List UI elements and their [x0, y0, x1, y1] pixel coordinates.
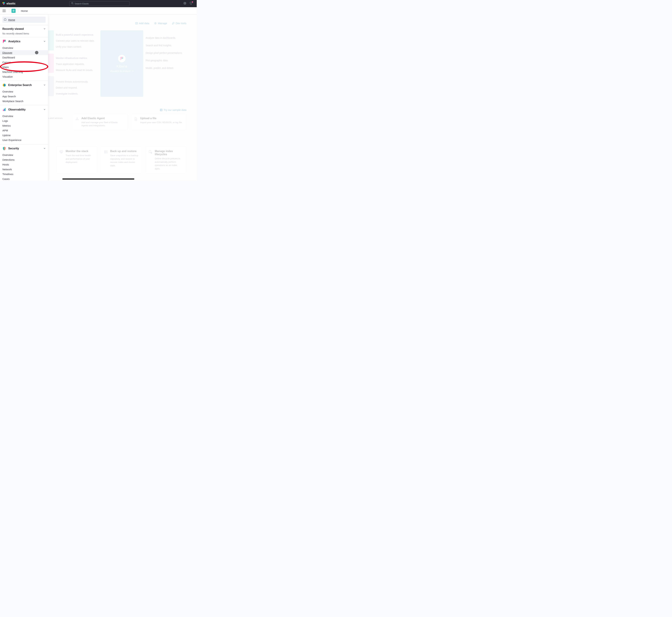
storage-icon [104, 150, 108, 170]
svg-point-35 [105, 153, 105, 153]
device-home-indicator [62, 179, 134, 180]
backup-restore-card[interactable]: Back up and restore Save snapshots to a … [101, 147, 142, 174]
app-bar: D Home [0, 7, 197, 15]
nav-sec-timelines[interactable]: Timelines [0, 172, 48, 176]
svg-rect-44 [5, 108, 6, 111]
nav-obs-apm[interactable]: APM [0, 128, 48, 133]
chevron-down-icon [43, 27, 45, 30]
monitor-stack-card[interactable]: Monitor the stack Track the real-time he… [56, 147, 97, 174]
svg-point-25 [76, 120, 76, 120]
notification-dot [192, 1, 193, 3]
svg-line-10 [184, 4, 185, 4]
brand-text: elastic [6, 2, 16, 5]
nav-analytics-visualize[interactable]: Visualize [0, 74, 48, 79]
nav-analytics-ml[interactable]: Machine Learning [0, 69, 48, 74]
svg-line-9 [185, 2, 186, 3]
home-icon [4, 18, 6, 21]
side-nav: Home Recently viewed No recently viewed … [0, 15, 48, 181]
brand-logo[interactable]: elastic [2, 2, 16, 6]
nav-sec-overview[interactable]: Overview [0, 153, 48, 157]
enterprise-features: Build a powerful search experience. Conn… [56, 33, 97, 51]
analytics-kibana-icon [2, 40, 6, 43]
observability-strip [48, 54, 54, 73]
svg-line-8 [184, 2, 185, 3]
recently-viewed-head[interactable]: Recently viewed [0, 25, 48, 32]
enterprise-head[interactable]: Enterprise Search [0, 81, 48, 89]
svg-line-28 [76, 119, 77, 120]
nav-toggle-button[interactable] [1, 8, 7, 14]
partial-card: s and services. [48, 114, 69, 130]
nav-sec-cases[interactable]: Cases [0, 176, 48, 181]
help-icon[interactable] [183, 2, 186, 5]
upload-file-card[interactable]: Upload a file Import your own CSV, NDJSO… [131, 114, 186, 130]
add-agent-card[interactable]: Add Elastic Agent Add and manage your fl… [72, 114, 128, 130]
svg-rect-42 [3, 110, 4, 111]
top-header: elastic Search Elastic [0, 0, 197, 7]
file-icon [134, 117, 138, 127]
recent-empty: No recently viewed items [0, 32, 48, 37]
enterprise-search-icon [2, 83, 6, 87]
nav-analytics-overview[interactable]: Overview [0, 45, 48, 50]
observability-head[interactable]: Observability [0, 106, 48, 113]
chevron-down-icon [43, 147, 45, 150]
manage-link[interactable]: Manage [154, 22, 167, 25]
search-icon [71, 2, 73, 5]
svg-point-18 [155, 23, 156, 24]
nav-obs-logs[interactable]: Logs [0, 119, 48, 123]
nav-sec-detections[interactable]: Detections [0, 157, 48, 162]
fleet-icon [75, 117, 79, 127]
nav-sec-hosts[interactable]: Hosts [0, 162, 48, 167]
nav-ent-appsearch[interactable]: App Search [0, 94, 48, 99]
nav-obs-uptime[interactable]: Uptime [0, 133, 48, 138]
chevron-down-icon [43, 40, 45, 43]
kibana-card[interactable]: Kibana Visualize & analyze [101, 30, 143, 97]
svg-point-24 [77, 118, 77, 119]
svg-point-3 [3, 3, 4, 4]
search-placeholder: Search Elastic [74, 2, 89, 5]
space-badge[interactable]: D [11, 9, 16, 13]
nav-analytics-maps[interactable]: Maps [0, 64, 48, 69]
svg-point-41 [4, 84, 5, 86]
security-features: Prevent threats autonomously. Detect and… [56, 80, 97, 98]
global-search[interactable]: Search Elastic [69, 1, 130, 6]
newsfeed-icon[interactable] [189, 2, 193, 5]
svg-point-4 [71, 2, 73, 4]
security-strip [48, 76, 54, 96]
chevron-down-icon [43, 83, 45, 87]
try-sample-data-link[interactable]: Try our sample data [160, 109, 186, 111]
add-data-link[interactable]: Add data [135, 22, 149, 25]
nav-home[interactable]: Home [2, 17, 45, 23]
svg-rect-43 [4, 109, 5, 111]
nav-analytics-dashboard[interactable]: Dashboard [0, 55, 48, 60]
svg-point-26 [78, 120, 78, 120]
nav-analytics-canvas[interactable]: Canvas [0, 60, 48, 64]
breadcrumb-home[interactable]: Home [21, 9, 28, 12]
nav-ent-overview[interactable]: Overview [0, 89, 48, 94]
kibana-title: Kibana [117, 64, 127, 68]
nav-obs-metrics[interactable]: Metrics [0, 123, 48, 128]
enterprise-search-strip [48, 30, 54, 50]
nav-obs-overview[interactable]: Overview [0, 114, 48, 119]
index-settings-icon [149, 150, 152, 170]
kibana-subtitle: Visualize & analyze [110, 70, 134, 72]
nav-sec-network[interactable]: Network [0, 167, 48, 172]
observability-icon [2, 108, 6, 112]
security-shield-icon [2, 147, 6, 150]
nav-ent-workplace[interactable]: Workplace Search [0, 99, 48, 104]
cursor-dot [35, 51, 38, 54]
svg-rect-20 [160, 109, 162, 111]
analytics-head[interactable]: Analytics [0, 37, 48, 45]
kibana-features: Analyze data in dashboards. Search and f… [146, 36, 187, 74]
nav-obs-ux[interactable]: User Experience [0, 138, 48, 142]
lifecycle-card[interactable]: Manage index lifecycles Define lifecycle… [145, 147, 186, 174]
heartbeat-icon [59, 150, 63, 170]
svg-line-29 [77, 119, 78, 120]
svg-rect-36 [149, 151, 151, 153]
security-head[interactable]: Security [0, 144, 48, 152]
svg-line-5 [73, 4, 73, 4]
dev-tools-link[interactable]: Dev tools [172, 22, 186, 25]
nav-analytics-discover[interactable]: Discover [0, 50, 48, 55]
chevron-down-icon [43, 108, 45, 111]
observability-features: Monitor infrastructure metrics. Trace ap… [56, 56, 97, 74]
elastic-logo-icon [2, 2, 5, 6]
